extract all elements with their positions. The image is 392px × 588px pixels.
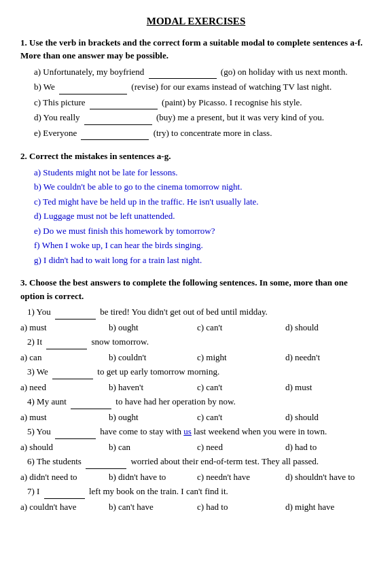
section2-sentence-e: e) Do we must finish this homework by to… [34,224,372,238]
q5-options: a) should b) can c) need d) had to [20,440,372,454]
s1a-before: a) Unfortunately, my boyfriend [34,67,144,77]
section2-sentence-f: f) When I woke up, I can hear the birds … [34,239,372,252]
q6-after: worried about their end-of-term test. Th… [130,456,319,466]
section2-sentence-b: b) We couldn't be able to go to the cine… [34,180,372,194]
q7-opt-c: c) had to [197,500,285,514]
section-1: 1. Use the verb in brackets and the corr… [20,36,372,141]
s1b-before: b) We [34,82,55,92]
s1d-after: (buy) me a present, but it was very kind… [156,112,324,122]
s1e-blank [81,126,149,141]
s1b-blank [59,80,127,94]
q6-opt-c: c) needn't have [197,470,285,484]
q3-opt-b: b) haven't [109,381,197,394]
q3-opt-c: c) can't [197,381,285,394]
q1-opt-a: a) must [20,321,109,334]
q3-after: to get up early tomorrow morning. [97,366,219,377]
q6-row: 6) The students worried about their end-… [27,455,372,469]
q4-row: 4) My aunt to have had her operation by … [27,395,372,409]
q4-after: to have had her operation by now. [115,396,235,407]
s2f-text: f) When I woke up, I can hear the birds … [34,240,203,250]
q1-after: be tired! You didn't get out of bed unti… [100,307,268,317]
q1-opt-c: c) can't [197,321,285,334]
q7-row: 7) I left my book on the train. I can't … [27,485,372,499]
section1-sentence-a: a) Unfortunately, my boyfriend (go) on h… [34,65,372,80]
s1b-after: (revise) for our exams instead of watchi… [131,82,332,92]
q5-row: 5) You have come to stay with us last we… [27,425,372,439]
s1c-blank [90,96,158,110]
q6-opt-b: b) didn't have to [109,470,197,484]
q5-opt-d: d) had to [285,440,374,454]
q4-options: a) must b) ought c) can't d) should [20,411,372,424]
section1-sentence-c: c) This picture (paint) by Picasso. I re… [34,96,372,110]
q1-options: a) must b) ought c) can't d) should [20,321,372,334]
s2g-text: g) I didn't had to wait long for a train… [34,255,202,265]
q7-opt-a: a) couldn't have [20,500,109,514]
q1-opt-b: b) ought [109,321,197,334]
q3-blank [52,365,93,379]
q4-opt-b: b) ought [109,411,197,424]
q1-opt-d: d) should [285,321,374,334]
s1e-before: e) Everyone [34,128,77,138]
s2c-text: c) Ted might have be held up in the traf… [34,196,259,207]
q4-opt-c: c) can't [197,411,285,424]
s1a-after: (go) on holiday with us next month. [221,67,348,77]
q6-options: a) didn't need to b) didn't have to c) n… [20,470,372,484]
q3-before: 3) We [27,366,48,377]
s1c-after: (paint) by Picasso. I recognise his styl… [162,97,302,107]
q6-opt-d: d) shouldn't have to [285,470,374,484]
q2-blank [46,335,87,349]
q4-opt-a: a) must [20,411,109,424]
q4-blank [71,395,111,409]
section2-sentence-c: c) Ted might have be held up in the traf… [34,195,372,209]
q2-before: 2) It [27,336,42,347]
section2-sentence-a: a) Students might not be late for lesson… [34,166,372,179]
q7-before: 7) I [27,486,39,496]
q4-opt-d: d) should [285,411,374,424]
section3-header: 3. Choose the best answers to complete t… [20,276,372,302]
q5-blank [55,425,96,439]
s1e-after: (try) to concentrate more in class. [154,128,272,138]
q7-after: left my book on the train. I can't find … [89,486,228,496]
section1-sentence-b: b) We (revise) for our exams instead of … [34,80,372,94]
q7-options: a) couldn't have b) can't have c) had to… [20,500,372,514]
section-2: 2. Correct the mistakes in sentences a-g… [20,150,372,266]
q5-after: have come to stay with us last weekend w… [100,426,327,436]
q7-blank [44,485,85,499]
q2-row: 2) It snow tomorrow. [27,335,372,349]
q1-row: 1) You be tired! You didn't get out of b… [27,305,372,319]
section1-header: 1. Use the verb in brackets and the corr… [20,36,372,63]
s2b-text: b) We couldn't be able to go to the cine… [34,181,242,192]
q2-opt-a: a) can [20,351,109,364]
section1-sentence-d: d) You really (buy) me a present, but it… [34,111,372,125]
section-3: 3. Choose the best answers to complete t… [20,276,372,513]
q3-options: a) need b) haven't c) can't d) must [20,381,372,394]
q7-opt-b: b) can't have [109,500,197,514]
s2a-text: a) Students might not be late for lesson… [34,167,178,177]
s2e-text: e) Do we must finish this homework by to… [34,226,215,236]
s1d-blank [84,111,152,125]
q2-opt-d: d) needn't [285,351,374,364]
q2-options: a) can b) couldn't c) might d) needn't [20,351,372,364]
q1-before: 1) You [27,307,51,317]
s1d-before: d) You really [34,112,80,122]
q5-opt-c: c) need [197,440,285,454]
page-title: MODAL EXERCISES [20,14,372,29]
q5-opt-b: b) can [109,440,197,454]
q7-opt-d: d) might have [285,500,374,514]
q3-opt-a: a) need [20,381,109,394]
section2-sentence-d: d) Luggage must not be left unattended. [34,209,372,223]
q5-opt-a: a) should [20,440,109,454]
q6-before: 6) The students [27,456,82,466]
s1c-before: c) This picture [34,97,86,107]
q1-blank [55,305,96,319]
q2-opt-c: c) might [197,351,285,364]
q6-blank [86,455,126,469]
q2-after: snow tomorrow. [92,336,149,347]
q3-opt-d: d) must [285,381,374,394]
q3-row: 3) We to get up early tomorrow morning. [27,365,372,379]
q6-opt-a: a) didn't need to [20,470,109,484]
section2-sentence-g: g) I didn't had to wait long for a train… [34,254,372,267]
section2-header: 2. Correct the mistakes in sentences a-g… [20,150,372,163]
section1-sentence-e: e) Everyone (try) to concentrate more in… [34,126,372,141]
q2-opt-b: b) couldn't [109,351,197,364]
